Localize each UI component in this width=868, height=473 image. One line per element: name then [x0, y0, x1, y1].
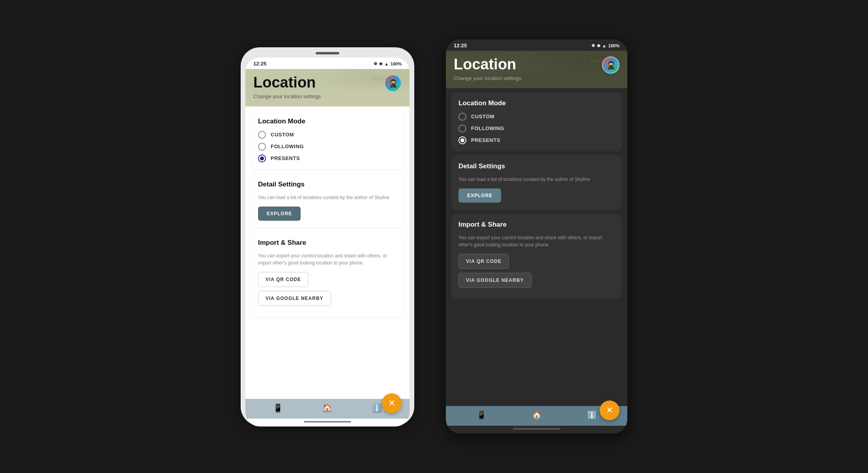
location-mode-card-light: Location Mode CUSTOM FOLLOWING PRESENTS [251, 110, 404, 169]
screen-dark: 12:25 ⊕ ◈ ▲ 100% 🕊 🕊🕊 Location Change yo… [446, 39, 627, 434]
nav-info-icon-dark[interactable]: ℹ️ [587, 410, 597, 420]
page-subtitle-light: Change your location settings [253, 93, 321, 99]
radio-presents-dark[interactable]: PRESENTS [458, 136, 615, 144]
import-share-card-dark: Import & Share You can export your curre… [451, 214, 622, 299]
radio-label-following-light: FOLLOWING [271, 143, 304, 149]
radio-circle-custom-dark[interactable] [458, 113, 466, 121]
radio-circle-following-dark[interactable] [458, 125, 466, 132]
radio-presents-light[interactable]: PRESENTS [258, 155, 397, 162]
page-subtitle-dark: Change your location settings [454, 75, 521, 81]
battery-icon: 100% [391, 61, 402, 66]
detail-settings-title-light: Detail Settings [258, 181, 397, 188]
import-share-title-light: Import & Share [258, 239, 397, 247]
home-indicator-dark [513, 428, 560, 430]
home-indicator-light [304, 421, 351, 423]
bottom-nav-dark: 📱 🏠 ℹ️ ✕ [446, 406, 627, 426]
avatar-dark: 🥷 [602, 56, 619, 74]
status-icons-light: ⊕ ◈ ▲ 100% [374, 61, 402, 66]
volume-icon: ◈ [379, 61, 382, 66]
page-title-dark: Location [454, 56, 521, 73]
detail-settings-title-dark: Detail Settings [458, 162, 615, 170]
signal-icon-dark: ⊕ [591, 43, 595, 48]
import-share-card-light: Import & Share You can export your curre… [251, 232, 404, 317]
radio-circle-presents-dark[interactable] [458, 136, 466, 144]
status-bar-light: 12:25 ⊕ ◈ ▲ 100% [245, 58, 410, 69]
explore-button-dark[interactable]: EXPLORE [458, 188, 501, 203]
home-indicator-wrap-dark [446, 426, 627, 434]
header-text-light: Location Change your location settings [253, 74, 321, 99]
notch [316, 52, 339, 54]
radio-label-custom-light: CUSTOM [271, 132, 294, 138]
time-light: 12:25 [253, 61, 266, 67]
wifi-icon: ▲ [384, 61, 389, 66]
radio-label-presents-light: PRESENTS [271, 155, 300, 161]
scroll-content-light[interactable]: Location Mode CUSTOM FOLLOWING PRESENTS [245, 106, 410, 399]
fab-icon-light: ✕ [388, 398, 395, 408]
radio-label-custom-dark: CUSTOM [471, 114, 494, 119]
qr-code-button-dark[interactable]: VIA QR CODE [458, 254, 509, 269]
radio-dot-presents-dark [460, 138, 464, 142]
volume-icon-dark: ◈ [597, 43, 600, 48]
wifi-icon-dark: ▲ [602, 43, 606, 48]
radio-label-presents-dark: PRESENTS [471, 137, 500, 143]
radio-following-dark[interactable]: FOLLOWING [458, 125, 615, 132]
nav-info-icon-light[interactable]: ℹ️ [372, 403, 382, 413]
home-indicator-wrap-light [245, 419, 410, 426]
signal-icon: ⊕ [374, 61, 377, 66]
radio-dot-presents-light [260, 156, 264, 160]
avatar-light: 🥷 [384, 74, 402, 92]
radio-custom-dark[interactable]: CUSTOM [458, 113, 615, 121]
nav-home-icon-dark[interactable]: 🏠 [531, 410, 542, 420]
status-icons-dark: ⊕ ◈ ▲ 100% [591, 43, 619, 48]
detail-settings-desc-light: You can load a list of locations curated… [258, 194, 397, 201]
import-share-desc-light: You can export your current location and… [258, 252, 397, 266]
scroll-content-dark[interactable]: Location Mode CUSTOM FOLLOWING PRESENTS [446, 88, 627, 406]
import-share-desc-dark: You can export your current location and… [458, 234, 615, 248]
fab-icon-dark: ✕ [606, 405, 613, 415]
qr-code-button-light[interactable]: VIA QR CODE [258, 272, 309, 287]
nav-home-icon-light[interactable]: 🏠 [322, 403, 333, 413]
header-content-dark: Location Change your location settings 🥷 [454, 56, 619, 81]
status-bar-dark: 12:25 ⊕ ◈ ▲ 100% [446, 39, 627, 51]
fab-button-light[interactable]: ✕ [382, 393, 402, 413]
radio-circle-following-light[interactable] [258, 143, 266, 151]
explore-button-light[interactable]: EXPLORE [258, 207, 301, 221]
google-nearby-button-light[interactable]: VIA GOOGLE NEARBY [258, 291, 331, 306]
radio-custom-light[interactable]: CUSTOM [258, 131, 397, 139]
nav-phone-icon-light[interactable]: 📱 [273, 403, 283, 413]
phone-dark: 12:25 ⊕ ◈ ▲ 100% 🕊 🕊🕊 Location Change yo… [446, 39, 627, 434]
radio-circle-presents-light[interactable] [258, 155, 266, 162]
radio-circle-custom-light[interactable] [258, 131, 266, 139]
header-dark: 🕊 🕊🕊 Location Change your location setti… [446, 51, 627, 88]
import-share-title-dark: Import & Share [458, 221, 615, 229]
location-mode-card-dark: Location Mode CUSTOM FOLLOWING PRESENTS [451, 92, 622, 151]
time-dark: 12:25 [454, 43, 467, 48]
battery-icon-dark: 100% [608, 43, 619, 48]
detail-settings-desc-dark: You can load a list of locations curated… [458, 176, 615, 183]
bottom-nav-light: 📱 🏠 ℹ️ ✕ [245, 399, 410, 419]
detail-settings-card-light: Detail Settings You can load a list of l… [251, 173, 404, 228]
location-mode-title-light: Location Mode [258, 117, 397, 125]
phone-light: 12:25 ⊕ ◈ ▲ 100% 🕊 🕊🕊 Location Change yo… [241, 47, 414, 426]
fab-button-dark[interactable]: ✕ [600, 400, 619, 420]
header-content-light: Location Change your location settings 🥷 [253, 74, 402, 99]
radio-label-following-dark: FOLLOWING [471, 125, 504, 131]
screen-light: 12:25 ⊕ ◈ ▲ 100% 🕊 🕊🕊 Location Change yo… [245, 58, 410, 426]
radio-following-light[interactable]: FOLLOWING [258, 143, 397, 151]
detail-settings-card-dark: Detail Settings You can load a list of l… [451, 155, 622, 210]
page-title-light: Location [253, 74, 321, 91]
header-light: 🕊 🕊🕊 Location Change your location setti… [245, 69, 410, 106]
nav-phone-icon-dark[interactable]: 📱 [476, 410, 486, 420]
location-mode-title-dark: Location Mode [458, 99, 615, 107]
google-nearby-button-dark[interactable]: VIA GOOGLE NEARBY [458, 273, 531, 288]
header-text-dark: Location Change your location settings [454, 56, 521, 81]
